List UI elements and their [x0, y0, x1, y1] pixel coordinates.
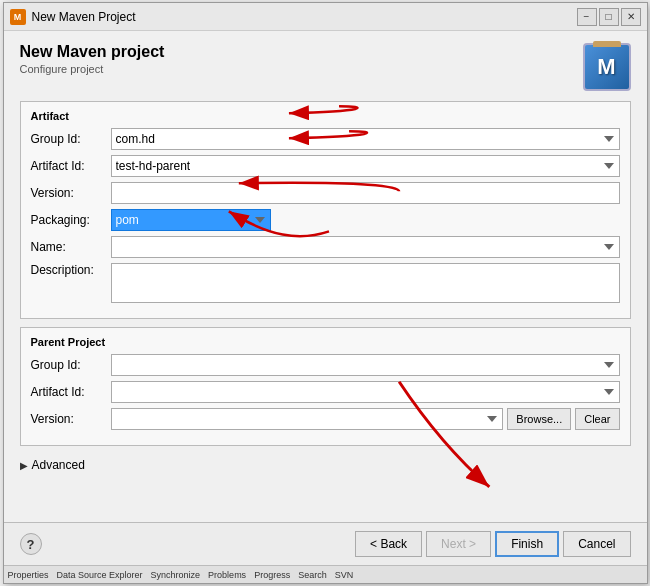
version-row: Version: 0.0.1-SNAPSHOT [31, 182, 620, 204]
packaging-row: Packaging: pom jar war ear [31, 209, 620, 231]
artifact-section: Artifact Group Id: com.hd Artifact Id: t… [20, 101, 631, 319]
close-button[interactable]: ✕ [621, 8, 641, 26]
parent-version-label: Version: [31, 412, 111, 426]
content-area: New Maven project Configure project M Ar… [4, 31, 647, 522]
parent-group-id-row: Group Id: [31, 354, 620, 376]
parent-group-id-select[interactable] [111, 354, 620, 376]
taskbar-properties[interactable]: Properties [8, 570, 49, 580]
parent-version-select[interactable] [111, 408, 504, 430]
parent-artifact-id-label: Artifact Id: [31, 385, 111, 399]
artifact-id-row: Artifact Id: test-hd-parent [31, 155, 620, 177]
browse-button[interactable]: Browse... [507, 408, 571, 430]
version-label: Version: [31, 186, 111, 200]
name-label: Name: [31, 240, 111, 254]
parent-version-row: Version: Browse... Clear [31, 408, 620, 430]
maven-icon: M [583, 43, 631, 91]
parent-artifact-id-row: Artifact Id: [31, 381, 620, 403]
description-row: Description: [31, 263, 620, 303]
page-header-text: New Maven project Configure project [20, 43, 583, 75]
advanced-label: Advanced [32, 458, 85, 472]
maximize-button[interactable]: □ [599, 8, 619, 26]
version-input[interactable]: 0.0.1-SNAPSHOT [111, 182, 620, 204]
help-button[interactable]: ? [20, 533, 42, 555]
bottom-bar: ? < Back Next > Finish Cancel [4, 522, 647, 565]
bottom-taskbar: Properties Data Source Explorer Synchron… [4, 565, 647, 583]
group-id-label: Group Id: [31, 132, 111, 146]
description-input[interactable] [111, 263, 620, 303]
artifact-id-select[interactable]: test-hd-parent [111, 155, 620, 177]
name-row: Name: [31, 236, 620, 258]
main-window: M New Maven Project − □ ✕ New Maven proj… [3, 2, 648, 584]
window-title: New Maven Project [32, 10, 577, 24]
taskbar-svn[interactable]: SVN [335, 570, 354, 580]
group-id-row: Group Id: com.hd [31, 128, 620, 150]
minimize-button[interactable]: − [577, 8, 597, 26]
parent-artifact-id-select[interactable] [111, 381, 620, 403]
packaging-label: Packaging: [31, 213, 111, 227]
page-subtitle: Configure project [20, 63, 583, 75]
taskbar-datasource[interactable]: Data Source Explorer [57, 570, 143, 580]
parent-project-section: Parent Project Group Id: Artifact Id: Ve… [20, 327, 631, 446]
parent-group-id-label: Group Id: [31, 358, 111, 372]
advanced-row[interactable]: ▶ Advanced [20, 458, 631, 472]
artifact-id-label: Artifact Id: [31, 159, 111, 173]
taskbar-progress[interactable]: Progress [254, 570, 290, 580]
window-controls: − □ ✕ [577, 8, 641, 26]
page-title: New Maven project [20, 43, 583, 61]
finish-button[interactable]: Finish [495, 531, 559, 557]
taskbar-problems[interactable]: Problems [208, 570, 246, 580]
packaging-select[interactable]: pom jar war ear [111, 209, 271, 231]
back-button[interactable]: < Back [355, 531, 422, 557]
artifact-section-label: Artifact [31, 110, 620, 122]
parent-section-label: Parent Project [31, 336, 620, 348]
advanced-triangle-icon: ▶ [20, 460, 28, 471]
group-id-select[interactable]: com.hd [111, 128, 620, 150]
window-icon: M [10, 9, 26, 25]
cancel-button[interactable]: Cancel [563, 531, 630, 557]
taskbar-synchronize[interactable]: Synchronize [151, 570, 201, 580]
clear-button[interactable]: Clear [575, 408, 619, 430]
taskbar-search[interactable]: Search [298, 570, 327, 580]
title-bar: M New Maven Project − □ ✕ [4, 3, 647, 31]
page-header: New Maven project Configure project M [20, 43, 631, 91]
next-button[interactable]: Next > [426, 531, 491, 557]
name-select[interactable] [111, 236, 620, 258]
description-label: Description: [31, 263, 111, 277]
